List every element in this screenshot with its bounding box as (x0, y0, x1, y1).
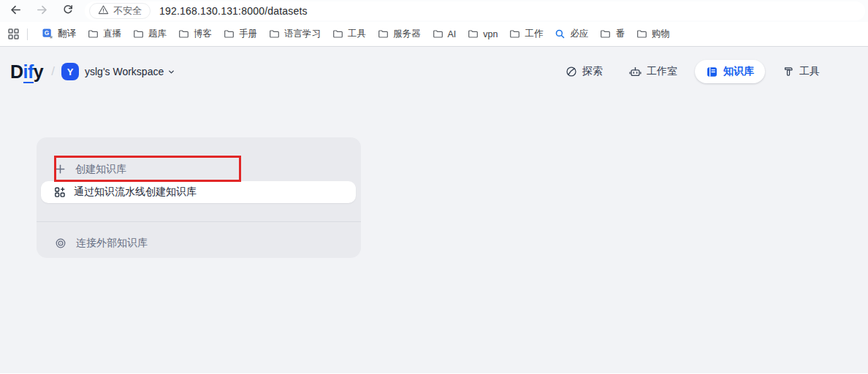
nav-item-explore[interactable]: 探索 (557, 60, 612, 83)
card-divider (37, 221, 361, 222)
logo-letter: if (23, 61, 34, 83)
bookmark-item[interactable]: 题库 (127, 25, 172, 43)
bookmark-item[interactable]: vpn (462, 26, 503, 42)
nav-label: 知识库 (723, 65, 754, 78)
target-icon (55, 237, 66, 249)
bookmark-item[interactable]: 服务器 (372, 25, 427, 43)
top-nav: 探索 工作室 知识库 (557, 60, 829, 83)
folder-icon (332, 28, 343, 39)
bookmark-label: vpn (483, 29, 498, 39)
url-text[interactable]: 192.168.130.131:8000/datasets (159, 5, 308, 17)
nav-label: 探索 (582, 65, 603, 78)
folder-icon (600, 28, 611, 39)
bookmark-label: AI (448, 29, 457, 39)
hammer-icon (783, 66, 794, 77)
bookmark-item[interactable]: 购物 (631, 25, 676, 43)
folder-icon (178, 28, 189, 39)
bookmarks-separator (27, 28, 28, 40)
connect-external-button[interactable]: 连接外部知识库 (55, 232, 148, 254)
svg-text:★: ★ (49, 34, 53, 39)
address-bar[interactable]: 不安全 192.168.130.131:8000/datasets (85, 1, 865, 20)
dify-page: Dify / Y yslg's Workspace 探索 (0, 47, 868, 373)
nav-label: 工作室 (647, 65, 677, 78)
bookmark-label: 购物 (652, 28, 670, 40)
bookmark-item[interactable]: 手册 (218, 25, 263, 43)
bookmark-label: 工作 (525, 28, 543, 40)
bookmarks-bar: G★ 翻译 直播 题库 博客 手册 语言学习 工具 (0, 22, 868, 47)
bookmark-label: 番 (615, 28, 625, 40)
pipeline-create-label: 通过知识流水线创建知识库 (74, 186, 197, 199)
folder-icon (509, 28, 520, 39)
bookmark-item[interactable]: 番 (594, 25, 631, 43)
logo-letter: D (10, 61, 23, 82)
bookmark-item[interactable]: 直播 (82, 25, 127, 43)
create-knowledge-label: 创建知识库 (75, 163, 126, 176)
bookmark-item[interactable]: 工作 (503, 25, 549, 43)
bookmark-item[interactable]: 语言学习 (263, 25, 327, 43)
external-knowledge-label: 连接外部知识库 (76, 237, 148, 250)
bookmark-label: 服务器 (393, 28, 421, 40)
plus-icon (55, 164, 66, 175)
create-knowledge-card: 创建知识库 通过知识流水线创建知识库 连接外部知识库 (37, 137, 361, 258)
nav-item-studio[interactable]: 工作室 (620, 60, 686, 83)
reload-button[interactable] (58, 1, 77, 20)
bookmark-item[interactable]: 必应 (549, 25, 594, 43)
robot-icon (629, 66, 642, 78)
folder-icon (88, 28, 99, 39)
bookmark-label: 手册 (239, 28, 257, 40)
warning-triangle-icon (98, 4, 109, 18)
grid-plus-icon (54, 186, 66, 198)
brand-area: Dify / Y yslg's Workspace (10, 61, 175, 83)
translate-icon: G★ (42, 28, 53, 39)
folder-icon (133, 28, 144, 39)
bookmark-label: 语言学习 (284, 28, 321, 40)
pipeline-create-button[interactable]: 通过知识流水线创建知识库 (41, 181, 356, 203)
browser-toolbar: 不安全 192.168.130.131:8000/datasets (0, 0, 868, 22)
bookmark-label: 必应 (570, 28, 588, 40)
folder-icon (468, 28, 479, 39)
bookmark-label: 博客 (194, 28, 212, 40)
folder-icon (636, 28, 647, 39)
bookmark-label: 题库 (148, 28, 167, 40)
search-icon (555, 28, 566, 39)
security-chip[interactable]: 不安全 (89, 3, 151, 19)
bookmark-item[interactable]: 博客 (172, 25, 218, 43)
folder-icon (269, 28, 280, 39)
book-icon (706, 66, 718, 78)
chevron-down-icon[interactable] (167, 68, 175, 76)
nav-item-knowledge[interactable]: 知识库 (695, 60, 765, 83)
back-arrow-icon (9, 4, 22, 19)
forward-button[interactable] (32, 1, 51, 20)
nav-item-tools[interactable]: 工具 (774, 60, 829, 83)
nav-label: 工具 (799, 65, 820, 78)
explore-icon (566, 66, 577, 77)
app-header: Dify / Y yslg's Workspace 探索 (0, 47, 868, 85)
bookmark-item[interactable]: G★ 翻译 (37, 25, 82, 43)
workspace-name[interactable]: yslg's Workspace (85, 66, 164, 77)
breadcrumb-separator: / (51, 64, 55, 79)
create-knowledge-button[interactable]: 创建知识库 (55, 156, 126, 182)
logo-letter: y (34, 61, 43, 82)
bookmark-label: 直播 (103, 28, 121, 40)
security-label: 不安全 (113, 4, 142, 18)
folder-icon (378, 28, 389, 39)
apps-grid-icon[interactable] (7, 28, 20, 40)
reload-icon (62, 4, 74, 18)
bookmark-item[interactable]: 工具 (327, 25, 372, 43)
browser-window: 不安全 192.168.130.131:8000/datasets G★ 翻译 … (0, 0, 868, 374)
workspace-avatar[interactable]: Y (61, 63, 79, 80)
back-button[interactable] (6, 1, 25, 20)
folder-icon (224, 28, 235, 39)
forward-arrow-icon (36, 4, 48, 19)
bookmark-label: 工具 (348, 28, 366, 40)
bookmark-item[interactable]: AI (427, 26, 462, 42)
bookmark-label: 翻译 (58, 28, 76, 40)
folder-icon (433, 28, 443, 39)
dify-logo[interactable]: Dify (10, 61, 43, 83)
